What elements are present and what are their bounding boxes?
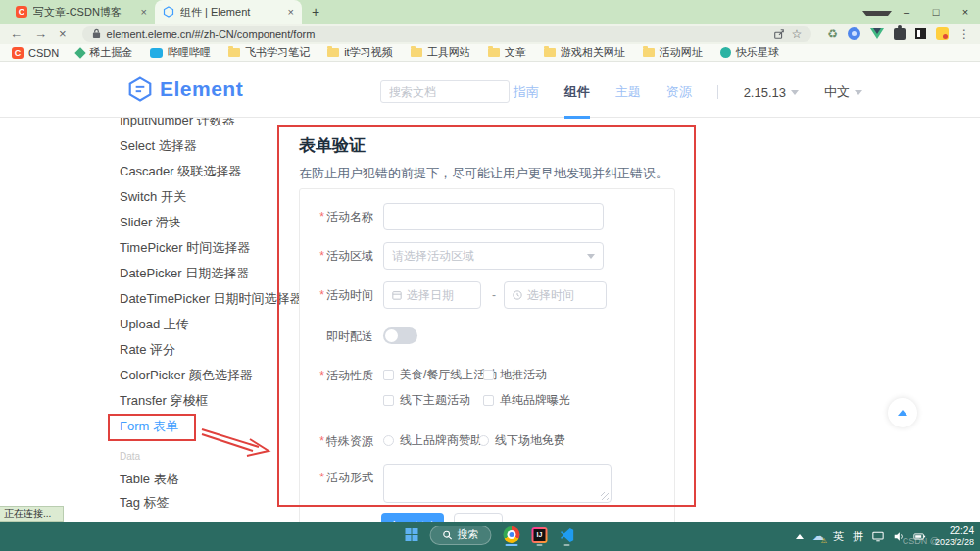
nav-resource[interactable]: 资源	[666, 83, 692, 101]
square-extension-icon[interactable]	[915, 28, 926, 39]
nav-theme[interactable]: 主题	[615, 83, 641, 101]
activity-time-picker[interactable]: 选择时间	[504, 281, 607, 309]
running-app-indicator	[537, 544, 543, 546]
bookmark-juejin[interactable]: 稀土掘金	[76, 45, 132, 60]
caret-up-icon	[898, 410, 907, 416]
checkbox-ground-promotion[interactable]: 地推活动	[483, 362, 547, 387]
resize-grip-icon[interactable]	[601, 492, 609, 500]
close-window-button[interactable]: ×	[951, 0, 980, 24]
display-icon[interactable]	[872, 531, 884, 542]
csdn-watermark: CSDN @	[903, 536, 939, 546]
colorful-extension-icon[interactable]	[936, 27, 949, 40]
checkbox-offline-theme[interactable]: 线下主题活动	[383, 387, 470, 413]
bookmark-bilibili[interactable]: 哔哩哔哩	[150, 45, 211, 60]
required-asterisk: *	[319, 210, 324, 224]
sidebar-item-upload[interactable]: Upload 上传	[120, 312, 291, 337]
nav-component[interactable]: 组件	[564, 83, 590, 101]
stop-loading-button[interactable]: ×	[59, 24, 67, 44]
sidebar-item-table[interactable]: Table 表格	[120, 471, 179, 488]
ime-english-indicator[interactable]: 英	[833, 529, 844, 544]
bookmark-folder-tools[interactable]: 工具网站	[411, 45, 470, 60]
windows-logo-icon	[406, 528, 418, 541]
language-text: 中文	[824, 83, 850, 101]
folder-icon	[643, 48, 655, 57]
version-dropdown[interactable]: 2.15.13	[744, 85, 799, 100]
sidebar-item-switch[interactable]: Switch 开关	[120, 184, 291, 210]
activity-date-picker[interactable]: 选择日期	[383, 281, 481, 309]
sidebar-item-datetimepicker[interactable]: DateTimePicker 日期时间选择器	[120, 286, 291, 312]
radio-online-sponsor[interactable]: 线上品牌商赞助	[383, 427, 482, 453]
element-hexagon-icon	[127, 76, 153, 102]
taskbar-vscode[interactable]	[560, 527, 575, 546]
extensions-puzzle-icon[interactable]	[894, 28, 906, 40]
bookmark-planet[interactable]: 快乐星球	[720, 45, 779, 60]
back-button[interactable]: ←	[10, 24, 23, 44]
browser-tab-element[interactable]: 组件 | Element ×	[155, 0, 302, 24]
nav-guide[interactable]: 指南	[514, 83, 539, 101]
bookmark-folder-activities[interactable]: 活动网址	[643, 45, 703, 60]
bookmark-star-icon[interactable]: ☆	[791, 27, 802, 41]
close-tab-icon[interactable]: ×	[288, 6, 294, 18]
onedrive-cloud-icon[interactable]: ☁⚠	[812, 530, 824, 542]
chevron-down-icon	[862, 11, 892, 16]
language-dropdown[interactable]: 中文	[824, 83, 862, 101]
folder-icon	[488, 48, 500, 57]
new-tab-button[interactable]: +	[312, 4, 319, 20]
bookmark-csdn[interactable]: CCSDN	[12, 47, 59, 59]
field-label-name: *活动名称	[300, 203, 373, 230]
forward-button[interactable]: →	[34, 24, 47, 44]
activity-region-select[interactable]: 请选择活动区域	[383, 242, 604, 270]
minimize-button[interactable]: –	[892, 0, 921, 24]
bookmark-label: 飞书学习笔记	[245, 45, 310, 60]
sidebar-item-transfer[interactable]: Transfer 穿梭框	[120, 388, 291, 414]
recycle-extension-icon[interactable]: ♻	[827, 27, 838, 41]
radio-offline-venue[interactable]: 线下场地免费	[478, 427, 565, 453]
version-text: 2.15.13	[744, 85, 786, 100]
folder-icon	[544, 48, 556, 57]
label-text: 活动名称	[326, 210, 373, 224]
taskbar-chrome[interactable]	[504, 526, 520, 546]
back-to-top-button[interactable]	[888, 398, 917, 427]
element-logo[interactable]: Element	[127, 76, 243, 102]
tray-chevron-up-icon[interactable]	[796, 534, 804, 539]
search-icon	[443, 530, 453, 540]
start-button[interactable]	[406, 528, 418, 544]
share-icon[interactable]	[773, 28, 785, 40]
browser-tab-csdn[interactable]: C 写文章-CSDN博客 ×	[8, 0, 155, 24]
sidebar-item-cascader[interactable]: Cascader 级联选择器	[120, 159, 291, 184]
maximize-button[interactable]: □	[921, 0, 951, 24]
bookmark-folder-it[interactable]: it学习视频	[327, 45, 393, 60]
sidebar-item-form[interactable]: Form 表单	[120, 414, 291, 439]
bookmark-folder-games[interactable]: 游戏相关网址	[544, 45, 625, 60]
blue-circle-extension-icon[interactable]	[848, 27, 860, 40]
sidebar-item-tag[interactable]: Tag 标签	[120, 494, 170, 512]
browser-titlebar: C 写文章-CSDN博客 × 组件 | Element × + – □ ×	[0, 0, 980, 24]
browser-menu-icon[interactable]: ⋮	[958, 27, 970, 41]
bookmark-folder-feishu[interactable]: 飞书学习笔记	[228, 45, 310, 60]
sidebar-item-rate[interactable]: Rate 评分	[120, 337, 291, 363]
tray-clock[interactable]: 22:24 2023/2/28	[935, 526, 974, 548]
taskbar-intellij[interactable]	[532, 527, 548, 546]
vue-devtools-icon[interactable]	[870, 28, 884, 39]
close-tab-icon[interactable]: ×	[141, 6, 147, 18]
activity-name-input[interactable]	[383, 203, 604, 230]
sidebar-item-colorpicker[interactable]: ColorPicker 颜色选择器	[120, 363, 291, 388]
sidebar-item-slider[interactable]: Slider 滑块	[120, 210, 291, 235]
tab-search-chevron-icon[interactable]	[862, 0, 892, 24]
folder-icon	[327, 48, 339, 57]
address-bar[interactable]: element.eleme.cn/#/zh-CN/component/form …	[82, 26, 812, 42]
bookmark-label: 文章	[505, 45, 526, 60]
checkbox-brand-exposure[interactable]: 单纯品牌曝光	[483, 387, 570, 413]
ime-pinyin-indicator[interactable]: 拼	[853, 529, 863, 544]
checkbox-food-online[interactable]: 美食/餐厅线上活动	[383, 362, 497, 387]
taskbar-search[interactable]: 搜索	[430, 526, 492, 548]
bookmark-folder-articles[interactable]: 文章	[488, 45, 526, 60]
instant-delivery-switch[interactable]	[383, 327, 417, 344]
sidebar-item-timepicker[interactable]: TimePicker 时间选择器	[120, 235, 291, 261]
required-asterisk: *	[319, 434, 324, 448]
element-header: Element 指南 组件 主题 资源 2.15.13 中文	[0, 62, 980, 118]
activity-form-textarea[interactable]	[383, 464, 612, 503]
sidebar-item-select[interactable]: Select 选择器	[120, 133, 291, 159]
sidebar-item-datepicker[interactable]: DatePicker 日期选择器	[120, 261, 291, 286]
doc-search-input[interactable]	[380, 80, 510, 103]
